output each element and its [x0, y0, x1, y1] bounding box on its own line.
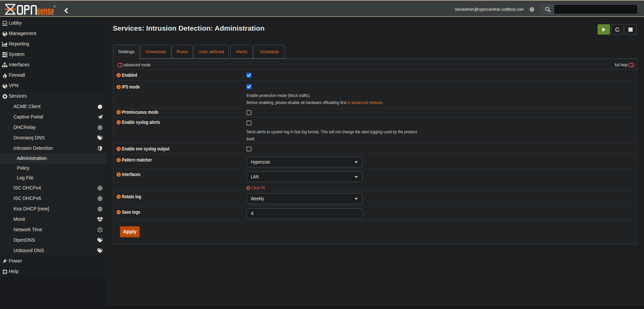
svg-text:i: i — [118, 173, 119, 176]
svg-text:i: i — [118, 121, 119, 124]
svg-text:®: ® — [54, 5, 56, 8]
svg-text:i: i — [118, 210, 119, 214]
svg-text:i: i — [118, 110, 119, 114]
svg-text:i: i — [118, 195, 119, 199]
svg-text:i: i — [118, 73, 119, 77]
svg-text:i: i — [118, 147, 119, 151]
svg-text:i: i — [118, 158, 119, 162]
svg-text:sense: sense — [37, 4, 54, 17]
svg-text:i: i — [118, 85, 119, 89]
